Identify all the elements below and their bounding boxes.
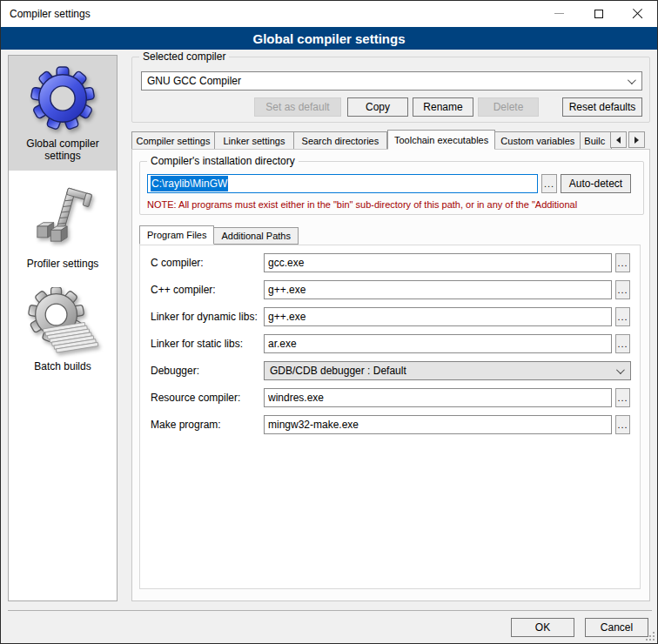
tab-program-files[interactable]: Program Files <box>139 225 214 245</box>
program-tabs: Program Files Additional Paths <box>139 225 299 245</box>
right-arrow-icon <box>634 137 639 144</box>
group-label: Selected compiler <box>139 50 229 63</box>
c-compiler-input[interactable] <box>264 253 612 272</box>
toolchain-executables-page: Compiler's installation directory C:\ray… <box>131 149 650 601</box>
browse-button[interactable]: ... <box>615 415 630 434</box>
make-program-input[interactable] <box>264 415 612 434</box>
tab-additional-paths[interactable]: Additional Paths <box>214 227 299 245</box>
compiler-settings-dialog: Compiler settings Global compiler settin… <box>0 0 658 644</box>
tab-search-directories[interactable]: Search directories <box>294 131 387 150</box>
sidebar-item-profiler-settings[interactable]: Profiler settings <box>9 171 117 278</box>
sidebar-item-batch-builds[interactable]: Batch builds <box>9 278 117 381</box>
close-button[interactable] <box>618 1 657 26</box>
dialog-header: Global compiler settings <box>1 27 657 50</box>
tab-build-options-clipped[interactable]: Builc <box>581 131 612 150</box>
field-label: Linker for static libs: <box>151 334 264 353</box>
footer-separator <box>8 610 652 611</box>
field-label: Resource compiler: <box>151 388 264 407</box>
window-controls <box>540 1 657 26</box>
browse-button[interactable]: ... <box>615 307 630 326</box>
browse-button[interactable]: ... <box>615 280 630 299</box>
tab-scroll-controls <box>608 131 645 148</box>
left-arrow-icon <box>616 137 621 144</box>
delete-button[interactable]: Delete <box>478 97 539 117</box>
page-title: Global compiler settings <box>252 31 405 46</box>
tab-custom-variables[interactable]: Custom variables <box>495 131 581 150</box>
install-dir-group: Compiler's installation directory C:\ray… <box>139 161 644 215</box>
maximize-button[interactable] <box>579 1 618 26</box>
compiler-buttons-row: Set as default Copy Rename Delete Reset … <box>141 97 642 117</box>
tab-list: Compiler settings Linker settings Search… <box>131 130 612 150</box>
minimize-button[interactable] <box>540 1 579 26</box>
browse-button[interactable]: ... <box>541 174 557 193</box>
ok-button[interactable]: OK <box>511 618 574 637</box>
selected-text: C:\raylib\MinGW <box>151 176 228 191</box>
install-dir-row: C:\raylib\MinGW ... Auto-detect <box>147 174 638 193</box>
field-row-linker-dynamic: Linker for dynamic libs: ... <box>140 307 640 326</box>
field-row-cpp-compiler: C++ compiler: ... <box>140 280 640 299</box>
linker-dynamic-input[interactable] <box>264 307 612 326</box>
tab-linker-settings[interactable]: Linker settings <box>215 131 294 150</box>
maximize-icon <box>594 10 603 18</box>
field-row-linker-static: Linker for static libs: ... <box>140 334 640 353</box>
install-note: NOTE: All programs must exist either in … <box>147 199 650 210</box>
compiler-select-value: GNU GCC Compiler <box>147 75 241 87</box>
selected-compiler-group: Selected compiler GNU GCC Compiler Set a… <box>131 57 650 123</box>
chevron-down-icon <box>628 76 636 84</box>
field-label: C compiler: <box>151 253 264 272</box>
browse-button[interactable]: ... <box>615 253 630 272</box>
close-icon <box>632 8 643 19</box>
field-label: Make program: <box>151 415 264 434</box>
sidebar-item-label: Batch builds <box>12 360 113 372</box>
copy-button[interactable]: Copy <box>347 97 408 117</box>
browse-button[interactable]: ... <box>615 334 630 353</box>
field-row-c-compiler: C compiler: ... <box>140 253 640 272</box>
debugger-select-value: GDB/CDB debugger : Default <box>270 365 406 377</box>
compiler-tabs: Compiler settings Linker settings Search… <box>131 130 650 150</box>
resize-grip[interactable] <box>646 632 655 641</box>
field-label: Debugger: <box>151 361 264 380</box>
autodetect-button[interactable]: Auto-detect <box>561 174 631 193</box>
tab-scroll-left-button[interactable] <box>610 131 627 148</box>
tab-toolchain-executables[interactable]: Toolchain executables <box>387 130 496 150</box>
tab-scroll-right-button[interactable] <box>628 131 645 148</box>
gear-stack-icon <box>26 287 99 355</box>
sidebar-item-label: Global compiler settings <box>12 138 113 162</box>
linker-static-input[interactable] <box>264 334 612 353</box>
group-label: Compiler's installation directory <box>147 155 299 167</box>
browse-button[interactable]: ... <box>615 388 630 407</box>
reset-defaults-button[interactable]: Reset defaults <box>562 97 642 117</box>
install-dir-input[interactable]: C:\raylib\MinGW <box>147 174 538 193</box>
rename-button[interactable]: Rename <box>413 97 473 117</box>
titlebar: Compiler settings <box>1 1 657 27</box>
compiler-select[interactable]: GNU GCC Compiler <box>141 71 642 91</box>
sidebar-item-global-compiler-settings[interactable]: Global compiler settings <box>9 56 117 171</box>
sidebar-item-label: Profiler settings <box>12 258 113 270</box>
field-label: C++ compiler: <box>151 280 264 299</box>
field-row-resource-compiler: Resource compiler: ... <box>140 388 640 407</box>
field-row-debugger: Debugger: GDB/CDB debugger : Default <box>140 361 640 380</box>
caliper-icon <box>31 179 94 252</box>
cpp-compiler-input[interactable] <box>264 280 612 299</box>
field-row-make-program: Make program: ... <box>140 415 640 434</box>
field-label: Linker for dynamic libs: <box>151 307 264 326</box>
blue-gear-icon <box>29 64 97 132</box>
window-title: Compiler settings <box>1 8 91 20</box>
set-as-default-button[interactable]: Set as default <box>254 97 341 117</box>
resource-compiler-input[interactable] <box>264 388 612 407</box>
sidebar: Global compiler settings <box>8 55 118 601</box>
minimize-icon <box>554 13 564 14</box>
tab-compiler-settings[interactable]: Compiler settings <box>131 131 215 150</box>
chevron-down-icon <box>616 366 625 374</box>
program-files-page: C compiler: ... C++ compiler: ... Linker… <box>139 245 641 589</box>
debugger-select[interactable]: GDB/CDB debugger : Default <box>264 361 631 380</box>
cancel-button[interactable]: Cancel <box>585 618 648 637</box>
